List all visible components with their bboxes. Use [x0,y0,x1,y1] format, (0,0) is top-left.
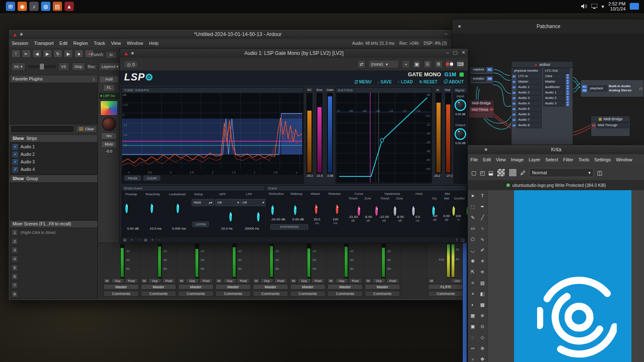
metering-point-button[interactable]: Post [237,278,250,283]
clear-button[interactable]: ⌧ Clear [76,125,97,133]
port-fl[interactable]: FL [582,85,587,88]
menu-region[interactable]: Region [70,41,91,46]
comments-button[interactable]: Comments [327,291,363,297]
menu-transport[interactable]: Transport [31,41,57,46]
workspace-chooser-icon[interactable]: ◫ [597,170,602,176]
hyst-zone-knob[interactable] [412,206,415,216]
group-button[interactable]: Grp [148,278,161,283]
open-document-icon[interactable]: ◰ [480,170,485,176]
lpf-freq-knob[interactable] [257,212,260,222]
zoom-in-icon[interactable]: ＋ [130,237,134,243]
minimize-button[interactable]: – [445,31,447,36]
favorite-plugins-header[interactable]: Favorite Plugins ↕ [10,75,98,83]
krita-menu-image[interactable]: Image [508,157,526,162]
calligraphy-tool[interactable]: ✒ [478,201,487,212]
output-routing-button[interactable]: Master [365,284,400,290]
rewind-button[interactable]: ◀ [32,49,42,58]
hysteresis-button[interactable]: HYSTERESIS [270,224,308,230]
play-button[interactable]: ▶ [64,49,73,58]
port-audio-1[interactable]: Audio 112 [543,90,569,95]
port-ltc-in[interactable]: 1LTC in [512,74,542,79]
mute-button[interactable]: M [104,278,110,283]
reduction-knob[interactable] [271,205,274,215]
strip-list-item[interactable]: ✓Audio 2 [10,150,97,158]
checkbox-checked-icon[interactable]: ✓ [13,167,18,172]
favorite-plugins-list[interactable] [10,83,98,124]
vs-button[interactable]: VS [58,62,69,71]
contiguous-select-tool[interactable]: ⊙ [478,321,487,332]
bezier-curve-tool[interactable]: ◡ [468,245,478,256]
krita-menu-view[interactable]: View [493,157,509,162]
record-mode-select[interactable]: Layered ▾ [99,62,122,71]
port-physical-monitor[interactable]: physical monitor [512,68,542,73]
checkbox-checked-icon[interactable]: ✓ [13,144,18,150]
mute-button[interactable]: M [178,278,185,283]
krita-menu-edit[interactable]: Edit [480,157,493,162]
go-to-start-button[interactable]: ⇤ [22,49,31,58]
comments-button[interactable]: Comments [216,291,251,297]
patchbay-canvas[interactable]: capture FL monitor FR ▲ ardour physical … [452,34,644,145]
trim-knob[interactable] [102,117,116,131]
gradient-swatch[interactable] [509,168,517,177]
polygonal-select-tool[interactable]: ◇ [478,332,487,343]
strip-list-item[interactable]: ✓Audio 1 [10,143,97,150]
rectangle-tool[interactable]: ▭ [468,223,478,234]
new-document-icon[interactable]: ▢ [471,170,476,176]
document-tab[interactable]: ubuntustudio-logo.png Write Protected (3… [468,180,644,191]
processor-entry[interactable]: ● LSP Ga [99,93,119,99]
capture-node[interactable]: capture FL [470,66,493,75]
reactivity-knob[interactable] [151,204,153,213]
menu-window[interactable]: Window [124,41,146,46]
rect-select-tool[interactable]: ▣ [468,321,478,332]
metering-point-button[interactable]: Post [200,278,213,283]
launcher-browser[interactable]: ◍ [41,2,50,11]
menu-track[interactable]: Track [91,41,108,46]
pan-tool[interactable]: ✥ [478,354,487,362]
zoom-tool[interactable]: ⌕ [468,354,478,362]
clock[interactable]: 2:52 PM 10/1/24 [608,1,626,11]
port-audio-2[interactable]: 1Audio 2 [512,90,542,95]
copy-icon[interactable]: ⎘ [423,60,432,68]
midi-bridge-right-node[interactable]: ▦ Midi-Bridge Midi Through [591,116,630,137]
output-routing-button[interactable]: Master [290,284,325,290]
gear-icon[interactable]: ⚙ [434,60,443,68]
listen-button[interactable]: LISTEN [192,222,209,227]
plugin-thumbnail[interactable] [100,101,118,116]
fast-forward-button[interactable]: ▶ [43,49,52,58]
mute-button[interactable]: M [290,278,297,283]
group-button[interactable]: Grp [111,278,124,283]
ardour-node[interactable]: ▲ ardour physical monitor1LTC in1Master1… [511,61,573,145]
punch-in-button[interactable]: In [105,51,117,59]
clear-button[interactable]: CLEAR [143,176,160,181]
metering-point-button[interactable]: Post [162,278,175,283]
metering-point-button[interactable]: Post [125,278,138,283]
mixer-scene-row[interactable]: 3 [10,246,97,255]
save-icon[interactable]: ⬓ [488,170,493,176]
launcher-files[interactable]: ▤ [53,2,62,11]
dynamic-brush-tool[interactable]: ❋ [468,256,478,266]
builtin-audio-node[interactable]: FL FR playback Built-In Audio Analog Ste… [580,80,644,97]
midi-bridge-left-node[interactable]: Midi-Bridge Midi Through [468,100,494,118]
colorize-mask-tool[interactable]: ◐ [468,299,478,310]
hpf-mode-select[interactable]: Off▾ [215,199,241,206]
metering-point-button[interactable]: Post [312,278,325,283]
mixer-scene-row[interactable]: 2 [10,237,97,246]
stop-behaviour-button[interactable]: Stop [72,62,86,71]
sync-source-select[interactable]: Int. ▾ [11,62,26,71]
output-gain-knob[interactable] [454,128,466,140]
loop-button[interactable]: ↻ [53,49,62,58]
hpf-freq-knob[interactable] [229,212,232,222]
ardour-titlebar[interactable]: ▲ *Untitled-2024-10-01-14-50-13 - Ardour… [9,30,467,39]
krita-menu-layer[interactable]: Layer [526,157,543,162]
volume-icon[interactable] [581,4,587,9]
freehand-select-tool[interactable]: ∾ [468,343,478,354]
output-routing-button[interactable]: Master [216,284,251,290]
port-ltc-out[interactable]: LTC-Out [543,68,569,73]
color-picker-tool[interactable]: ⌖ [468,288,478,299]
magnetic-select-tool[interactable]: ⊛ [478,343,487,354]
fill-tool[interactable]: ◧ [478,288,487,299]
krita-menu-settings[interactable]: Settings [592,157,613,162]
port-audio-2[interactable]: Audio 212 [543,96,569,101]
outline-select-tool[interactable]: ◌ [468,332,478,343]
comments-button[interactable]: Comments [253,291,288,297]
